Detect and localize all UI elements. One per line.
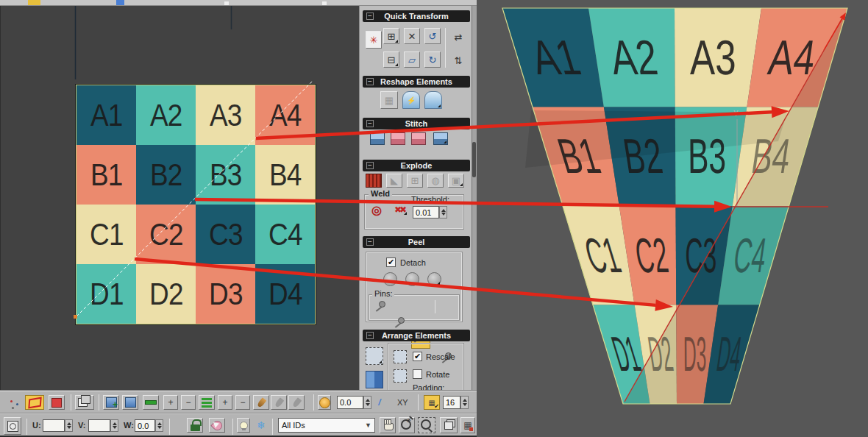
uv-face-A4[interactable]: A4 — [255, 85, 315, 145]
uv-face-C4[interactable]: C4 — [255, 205, 315, 264]
explode-to-faces-icon[interactable] — [366, 174, 382, 188]
uv-face-A2[interactable]: A2 — [136, 85, 196, 145]
uv-editor-canvas[interactable]: A1A2A3A4B1B2B3B4C1C2C3C4D1D2D3D4 — [0, 6, 359, 391]
planar-map-icon[interactable]: ▱ — [404, 51, 420, 68]
rescale-elements-icon[interactable] — [394, 350, 407, 363]
rollout-header-stitch[interactable]: − Stitch — [363, 118, 470, 129]
rollout-header-reshape-elements[interactable]: − Reshape Elements — [363, 76, 470, 88]
w-coordinate-field[interactable]: 0.0 — [135, 419, 155, 432]
pin-tool-icon[interactable] — [373, 299, 388, 315]
relax-icon[interactable] — [424, 91, 442, 109]
uv-face-B3[interactable]: B3 — [196, 145, 255, 205]
align-horizontal-icon[interactable]: ⊞ — [383, 28, 399, 44]
unpin-tool-icon[interactable] — [392, 315, 407, 331]
falloff-curve-icon[interactable]: / — [374, 395, 385, 410]
rotate-ccw-icon[interactable]: ↺ — [424, 28, 441, 44]
ring-grow-icon[interactable]: + — [218, 395, 232, 410]
panel-scrollbar[interactable] — [472, 6, 477, 391]
paint-select-icon[interactable] — [253, 395, 269, 410]
paint-select-remove-icon[interactable] — [288, 395, 305, 410]
target-weld-icon[interactable]: ◎ — [369, 202, 385, 218]
space-vertical-icon[interactable]: ⇅ — [449, 53, 467, 68]
v-spinner[interactable] — [110, 419, 118, 432]
grid-size-field[interactable]: 16 — [443, 396, 460, 409]
zoom-region-icon[interactable] — [418, 417, 435, 433]
u-coordinate-field[interactable] — [43, 419, 65, 432]
pan-icon[interactable] — [380, 417, 396, 433]
zoom-extents-icon[interactable] — [440, 417, 458, 433]
edge-loop-icon[interactable] — [143, 395, 159, 410]
relax-until-flat-icon[interactable]: ▦ — [380, 91, 398, 109]
weld-selected-icon[interactable]: ✖✖ — [391, 203, 408, 216]
rotate-cw-icon[interactable]: ↻ — [424, 51, 441, 68]
relax-tool-icon[interactable]: ⚡ — [402, 91, 420, 109]
rotate-elements-icon[interactable] — [394, 369, 407, 383]
rollout-header-explode[interactable]: − Explode — [363, 160, 470, 171]
zoom-icon[interactable] — [399, 417, 415, 433]
stitch-to-target-icon[interactable] — [433, 132, 448, 145]
align-vertical-icon[interactable]: ⊟ — [383, 51, 399, 68]
uv-face-C3[interactable]: C3 — [196, 205, 255, 264]
v-coordinate-field[interactable] — [88, 419, 110, 432]
preview-selection-icon[interactable] — [209, 418, 225, 433]
uv-face-A1[interactable]: A1 — [77, 85, 136, 145]
snap-toggle-icon[interactable] — [424, 395, 440, 410]
peel-mode-icon[interactable] — [405, 272, 419, 286]
collapse-icon[interactable]: − — [366, 13, 374, 20]
uv-face-B2[interactable]: B2 — [136, 145, 196, 205]
polygon-mode-icon[interactable] — [25, 395, 44, 410]
grow-selection-icon[interactable] — [103, 395, 119, 410]
collapse-icon[interactable]: − — [366, 78, 374, 85]
uv-face-B4[interactable]: B4 — [255, 145, 315, 205]
scrollbar-thumb[interactable] — [472, 142, 476, 177]
ring-shrink-icon[interactable]: − — [235, 395, 250, 410]
weld-threshold-spinner[interactable] — [439, 206, 447, 218]
pack-normalize-icon[interactable] — [366, 347, 383, 365]
element-mode-icon[interactable] — [49, 395, 65, 410]
soft-selection-icon[interactable] — [318, 395, 331, 410]
uv-face-C1[interactable]: C1 — [77, 205, 136, 264]
rollout-header-arrange-elements[interactable]: − Arrange Elements — [363, 330, 470, 341]
pelt-map-icon[interactable] — [427, 272, 441, 286]
stitch-to-average-icon[interactable] — [411, 132, 426, 145]
soft-selection-falloff-field[interactable]: 0.0 — [337, 396, 363, 409]
rescale-checkbox[interactable]: ✔ — [413, 352, 422, 361]
stitch-to-source-icon[interactable] — [391, 132, 405, 145]
uv-face-B1[interactable]: B1 — [77, 145, 136, 205]
collapse-icon[interactable]: − — [366, 120, 374, 127]
shrink-selection-icon[interactable] — [122, 395, 138, 410]
stitch-custom-icon[interactable] — [370, 132, 385, 145]
pack-together-icon[interactable] — [366, 371, 383, 388]
collapse-icon[interactable]: − — [366, 332, 374, 339]
falloff-spinner[interactable] — [363, 396, 371, 409]
uv-face-D1[interactable]: D1 — [77, 264, 136, 324]
material-id-dropdown[interactable]: All IDs ▼ — [278, 418, 375, 433]
rollout-header-quick-transform[interactable]: − Quick Transform — [363, 10, 470, 22]
loop-grow-icon[interactable]: + — [163, 395, 178, 410]
w-spinner[interactable] — [155, 419, 163, 432]
uv-face-D2[interactable]: D2 — [136, 264, 196, 324]
select-3d-icon[interactable] — [75, 395, 94, 410]
u-spinner[interactable] — [65, 419, 73, 432]
flatten-by-material-icon[interactable]: ◍ — [427, 174, 444, 188]
uv-face-A3[interactable]: A3 — [196, 85, 255, 145]
filter-faces-icon[interactable]: ❄ — [253, 418, 269, 433]
paint-select-add-icon[interactable] — [271, 395, 287, 410]
space-horizontal-icon[interactable]: ⇄ — [449, 29, 467, 44]
flatten-by-group-icon[interactable]: ⊞ — [407, 174, 423, 188]
show-map-icon[interactable] — [237, 418, 250, 433]
collapse-icon[interactable]: − — [366, 162, 374, 169]
collapse-icon[interactable]: − — [366, 238, 374, 246]
rotate-checkbox[interactable] — [413, 369, 422, 379]
uv-face-D3[interactable]: D3 — [196, 264, 255, 324]
lock-selection-icon[interactable] — [187, 418, 203, 433]
loop-shrink-icon[interactable]: − — [181, 395, 196, 410]
flatten-custom-icon[interactable]: ▣ — [448, 174, 464, 188]
rollout-header-peel[interactable]: − Peel — [363, 236, 470, 248]
quick-peel-icon[interactable] — [383, 272, 397, 286]
grid-size-spinner[interactable] — [460, 396, 469, 409]
edge-ring-icon[interactable] — [199, 395, 215, 410]
show-grid-icon[interactable] — [460, 417, 475, 433]
align-to-edge-icon[interactable]: ✕ — [404, 28, 420, 44]
weld-threshold-field[interactable]: 0.01 — [413, 206, 439, 218]
